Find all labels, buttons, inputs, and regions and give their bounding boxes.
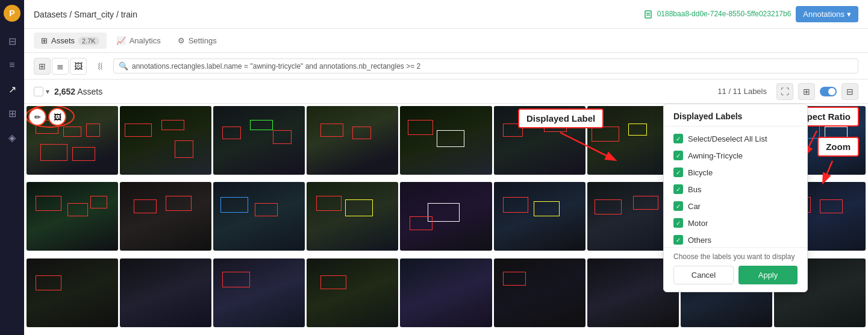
list-item[interactable] <box>213 106 305 175</box>
analytics-icon: 📈 <box>116 36 126 45</box>
list-item[interactable] <box>400 182 492 251</box>
list-item[interactable] <box>120 182 211 251</box>
label-item-awning[interactable]: ✓ Awning-Tricycle <box>664 147 807 164</box>
sidebar-icon-cube[interactable]: ◈ <box>2 128 22 147</box>
dropdown-footer: Choose the labels you want to display Ca… <box>664 247 807 292</box>
dropdown-list: ✓ Select/Deselect All List ✓ Awning-Tric… <box>664 127 807 247</box>
list-item[interactable] <box>213 182 305 251</box>
grid-size-large-btn[interactable]: ⊟ <box>841 83 858 100</box>
search-icon: 🔍 <box>119 61 128 70</box>
assets-bar: ▾ 2,652 Assets 11 / 11 Labels ⛶ ⊞ ⊟ <box>24 80 868 104</box>
list-item[interactable] <box>494 106 585 175</box>
list-item[interactable] <box>494 258 585 327</box>
check-icon-bicycle: ✓ <box>673 168 683 177</box>
image-button[interactable]: 🖼 <box>48 108 66 126</box>
select-all-checkbox[interactable] <box>34 87 43 96</box>
label-item-motor[interactable]: ✓ Motor <box>664 214 807 231</box>
sidebar: P ⊟ ≡ ↗ ⊞ ◈ <box>0 0 24 335</box>
assets-count: 2,652 Assets <box>54 87 102 96</box>
list-item[interactable] <box>120 106 211 175</box>
apply-button[interactable]: Apply <box>738 266 798 284</box>
dataset-id: 0188baa8-dd0e-724e-8550-5ffe023217b6 <box>644 10 791 19</box>
topbar-right: 0188baa8-dd0e-724e-8550-5ffe023217b6 Ann… <box>644 6 858 22</box>
image-view-btn[interactable]: 🖼 <box>70 58 87 75</box>
table-view-btn[interactable]: ≣ <box>52 58 69 75</box>
sidebar-icon-layers[interactable]: ⊟ <box>2 31 22 51</box>
displayed-labels-panel: Displayed Labels ✓ Select/Deselect All L… <box>663 104 808 292</box>
sidebar-icon-data[interactable]: ≡ <box>2 55 22 75</box>
list-item[interactable] <box>400 106 492 175</box>
annotations-button[interactable]: Annotations ▾ <box>796 6 858 22</box>
select-all[interactable]: ▾ <box>34 87 49 96</box>
table-row[interactable]: ✏ 🖼 <box>27 106 118 175</box>
list-item[interactable] <box>27 182 118 251</box>
label-item-car[interactable]: ✓ Car <box>664 198 807 214</box>
list-item[interactable] <box>120 258 211 327</box>
check-icon-car: ✓ <box>673 201 683 211</box>
app-logo[interactable]: P <box>4 5 20 22</box>
assets-icon: ⊞ <box>41 36 48 45</box>
right-controls: ⛶ ⊞ ⊟ <box>776 83 858 100</box>
list-item[interactable] <box>307 106 398 175</box>
settings-icon: ⚙ <box>178 36 185 45</box>
check-icon-awning: ✓ <box>673 151 683 160</box>
breadcrumb: Datasets / Smart_city / train <box>34 10 137 19</box>
check-icon-bus: ✓ <box>673 184 683 194</box>
check-icon-others: ✓ <box>673 235 683 245</box>
list-item[interactable] <box>494 182 585 251</box>
cancel-button[interactable]: Cancel <box>673 266 734 284</box>
label-item-bicycle[interactable]: ✓ Bicycle <box>664 164 807 181</box>
search-bar: 🔍 <box>113 58 858 74</box>
svg-rect-0 <box>645 11 651 18</box>
list-item[interactable] <box>307 182 398 251</box>
search-input[interactable] <box>132 62 853 70</box>
list-item[interactable] <box>213 258 305 327</box>
sidebar-icon-chart[interactable]: ↗ <box>2 80 22 99</box>
dropdown-header: Displayed Labels <box>664 104 807 127</box>
fullscreen-btn[interactable]: ⛶ <box>776 83 793 100</box>
tab-settings[interactable]: ⚙ Settings <box>170 33 224 49</box>
labels-count: 11 / 11 Labels <box>717 87 767 96</box>
grid-view-btn[interactable]: ⊞ <box>34 58 51 75</box>
dropdown-actions: Cancel Apply <box>673 266 798 284</box>
edit-button[interactable]: ✏ <box>28 108 46 126</box>
toolbar: ⊞ ≣ 🖼 ⧛ 🔍 <box>24 53 868 80</box>
list-item[interactable] <box>400 258 492 327</box>
tab-assets[interactable]: ⊞ Assets 2.7K <box>34 33 107 49</box>
main-content: Datasets / Smart_city / train 0188baa8-d… <box>24 0 868 335</box>
grid-size-small-btn[interactable]: ⊞ <box>798 83 815 100</box>
list-item[interactable] <box>27 258 118 327</box>
view-buttons: ⊞ ≣ 🖼 <box>34 58 87 75</box>
select-all-item[interactable]: ✓ Select/Deselect All List <box>664 130 807 147</box>
topbar: Datasets / Smart_city / train 0188baa8-d… <box>24 0 868 29</box>
label-item-bus[interactable]: ✓ Bus <box>664 181 807 198</box>
display-toggle[interactable] <box>820 87 837 96</box>
check-icon-motor: ✓ <box>673 218 683 228</box>
filter-button[interactable]: ⧛ <box>92 58 108 75</box>
sidebar-icon-grid[interactable]: ⊞ <box>2 104 22 123</box>
content-area: ✏ 🖼 <box>24 104 868 335</box>
check-icon-all: ✓ <box>673 134 683 143</box>
list-item[interactable] <box>307 258 398 327</box>
label-item-others[interactable]: ✓ Others <box>664 231 807 247</box>
footer-text: Choose the labels you want to display <box>673 252 798 261</box>
nav-tabs: ⊞ Assets 2.7K 📈 Analytics ⚙ Settings <box>24 29 868 53</box>
tab-analytics[interactable]: 📈 Analytics <box>109 33 168 49</box>
